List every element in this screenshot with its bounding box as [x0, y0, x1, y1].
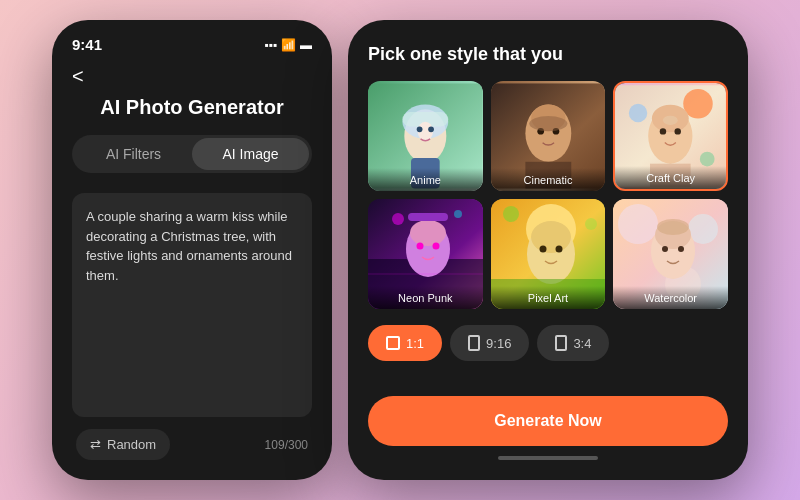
char-count: 109/300 — [265, 438, 308, 452]
svg-point-32 — [433, 243, 440, 250]
svg-point-40 — [555, 246, 562, 253]
svg-point-51 — [678, 246, 684, 252]
shuffle-icon: ⇄ — [90, 437, 101, 452]
tab-ai-filters[interactable]: AI Filters — [75, 138, 192, 170]
ratio-icon-1-1 — [386, 336, 400, 350]
bottom-bar: ⇄ Random 109/300 — [72, 429, 312, 460]
back-button[interactable]: < — [72, 65, 312, 88]
pick-title: Pick one style that you — [368, 44, 728, 65]
status-bar: 9:41 ▪▪▪ 📶 ▬ — [72, 36, 312, 53]
ratio-label-9-16: 9:16 — [486, 336, 511, 351]
tab-bar: AI Filters AI Image — [72, 135, 312, 173]
svg-point-6 — [428, 126, 434, 132]
style-label-craftclay: Craft Clay — [615, 166, 726, 189]
svg-point-31 — [417, 243, 424, 250]
ratio-button-3-4[interactable]: 3:4 — [537, 325, 609, 361]
ratio-label-3-4: 3:4 — [573, 336, 591, 351]
ratio-bar: 1:1 9:16 3:4 — [368, 325, 728, 361]
tab-ai-image[interactable]: AI Image — [192, 138, 309, 170]
ratio-icon-9-16 — [468, 335, 480, 351]
svg-point-28 — [454, 210, 462, 218]
text-area-box[interactable]: A couple sharing a warm kiss while decor… — [72, 193, 312, 417]
ratio-button-9-16[interactable]: 9:16 — [450, 325, 529, 361]
svg-point-13 — [529, 116, 567, 131]
svg-point-5 — [417, 126, 423, 132]
style-card-craftclay[interactable]: Craft Clay — [613, 81, 728, 191]
svg-point-50 — [662, 246, 668, 252]
ratio-icon-3-4 — [555, 335, 567, 351]
svg-point-42 — [503, 206, 519, 222]
generate-button[interactable]: Generate Now — [368, 396, 728, 446]
svg-point-27 — [392, 213, 404, 225]
signal-icon: ▪▪▪ — [264, 38, 277, 52]
svg-point-18 — [700, 152, 715, 167]
svg-rect-33 — [408, 213, 448, 221]
status-icons: ▪▪▪ 📶 ▬ — [264, 38, 312, 52]
status-time: 9:41 — [72, 36, 102, 53]
style-card-watercolor[interactable]: Watercolor — [613, 199, 728, 309]
svg-point-38 — [531, 221, 571, 253]
style-card-neonpunk[interactable]: Neon Punk — [368, 199, 483, 309]
style-card-cinematic[interactable]: Cinematic — [491, 81, 606, 191]
home-indicator — [498, 456, 598, 460]
random-label: Random — [107, 437, 156, 452]
ratio-button-1-1[interactable]: 1:1 — [368, 325, 442, 361]
wifi-icon: 📶 — [281, 38, 296, 52]
style-label-neonpunk: Neon Punk — [368, 286, 483, 309]
svg-point-43 — [585, 218, 597, 230]
svg-point-21 — [660, 128, 666, 134]
style-label-cinematic: Cinematic — [491, 168, 606, 191]
left-phone: 9:41 ▪▪▪ 📶 ▬ < AI Photo Generator AI Fil… — [52, 20, 332, 480]
svg-point-30 — [410, 220, 446, 246]
style-card-pixelart[interactable]: Pixel Art — [491, 199, 606, 309]
style-label-anime: Anime — [368, 168, 483, 191]
page-title: AI Photo Generator — [72, 96, 312, 119]
svg-point-23 — [663, 116, 678, 125]
right-phone: Pick one style that you — [348, 20, 748, 480]
textarea-content: A couple sharing a warm kiss while decor… — [86, 207, 298, 285]
svg-point-39 — [539, 246, 546, 253]
ratio-label-1-1: 1:1 — [406, 336, 424, 351]
svg-point-52 — [657, 219, 689, 235]
svg-point-22 — [675, 128, 681, 134]
style-label-watercolor: Watercolor — [613, 286, 728, 309]
phones-container: 9:41 ▪▪▪ 📶 ▬ < AI Photo Generator AI Fil… — [52, 20, 748, 480]
svg-point-17 — [629, 104, 647, 122]
battery-icon: ▬ — [300, 38, 312, 52]
styles-grid: Anime — [368, 81, 728, 309]
svg-point-45 — [618, 204, 658, 244]
random-button[interactable]: ⇄ Random — [76, 429, 170, 460]
style-label-pixelart: Pixel Art — [491, 286, 606, 309]
style-card-anime[interactable]: Anime — [368, 81, 483, 191]
